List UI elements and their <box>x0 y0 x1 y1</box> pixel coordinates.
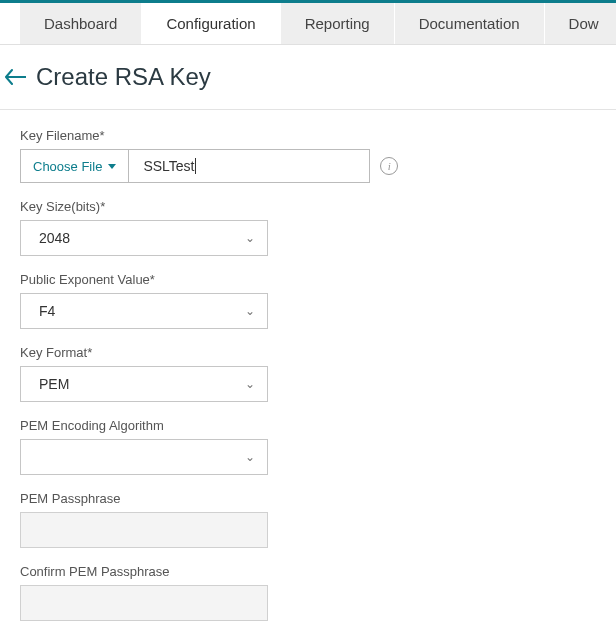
pem-encoding-select[interactable]: ⌄ <box>20 439 268 475</box>
chevron-down-icon: ⌄ <box>245 304 255 318</box>
key-size-value: 2048 <box>39 230 70 246</box>
pem-passphrase-input[interactable] <box>20 512 268 548</box>
field-public-exponent: Public Exponent Value* F4 ⌄ <box>20 272 596 329</box>
page-header: Create RSA Key <box>0 45 616 109</box>
nav-tabs: Dashboard Configuration Reporting Docume… <box>0 3 616 45</box>
form-panel: Key Filename* Choose File SSLTest i Key … <box>0 109 616 634</box>
key-format-label: Key Format* <box>20 345 596 360</box>
chevron-down-icon <box>108 164 116 169</box>
tab-reporting[interactable]: Reporting <box>281 3 395 44</box>
page-title: Create RSA Key <box>36 63 211 91</box>
key-filename-value: SSLTest <box>143 158 194 174</box>
field-pem-passphrase: PEM Passphrase <box>20 491 596 548</box>
field-confirm-passphrase: Confirm PEM Passphrase <box>20 564 596 621</box>
pem-passphrase-label: PEM Passphrase <box>20 491 596 506</box>
back-arrow-icon[interactable] <box>4 68 26 86</box>
field-key-format: Key Format* PEM ⌄ <box>20 345 596 402</box>
confirm-passphrase-input[interactable] <box>20 585 268 621</box>
public-exponent-value: F4 <box>39 303 55 319</box>
pem-encoding-label: PEM Encoding Algorithm <box>20 418 596 433</box>
public-exponent-select[interactable]: F4 ⌄ <box>20 293 268 329</box>
key-filename-combo: Choose File SSLTest <box>20 149 370 183</box>
info-icon[interactable]: i <box>380 157 398 175</box>
key-filename-label: Key Filename* <box>20 128 596 143</box>
key-filename-input[interactable]: SSLTest <box>129 150 369 182</box>
field-key-size: Key Size(bits)* 2048 ⌄ <box>20 199 596 256</box>
text-cursor <box>195 158 196 174</box>
chevron-down-icon: ⌄ <box>245 450 255 464</box>
choose-file-button[interactable]: Choose File <box>21 150 129 182</box>
field-pem-encoding: PEM Encoding Algorithm ⌄ <box>20 418 596 475</box>
tab-dashboard[interactable]: Dashboard <box>20 3 142 44</box>
chevron-down-icon: ⌄ <box>245 377 255 391</box>
key-size-label: Key Size(bits)* <box>20 199 596 214</box>
key-format-select[interactable]: PEM ⌄ <box>20 366 268 402</box>
confirm-passphrase-label: Confirm PEM Passphrase <box>20 564 596 579</box>
key-size-select[interactable]: 2048 ⌄ <box>20 220 268 256</box>
choose-file-label: Choose File <box>33 159 102 174</box>
public-exponent-label: Public Exponent Value* <box>20 272 596 287</box>
chevron-down-icon: ⌄ <box>245 231 255 245</box>
tab-downloads[interactable]: Dow <box>545 3 616 44</box>
key-format-value: PEM <box>39 376 69 392</box>
tab-configuration[interactable]: Configuration <box>142 3 280 44</box>
field-key-filename: Key Filename* Choose File SSLTest i <box>20 128 596 183</box>
tab-documentation[interactable]: Documentation <box>395 3 545 44</box>
